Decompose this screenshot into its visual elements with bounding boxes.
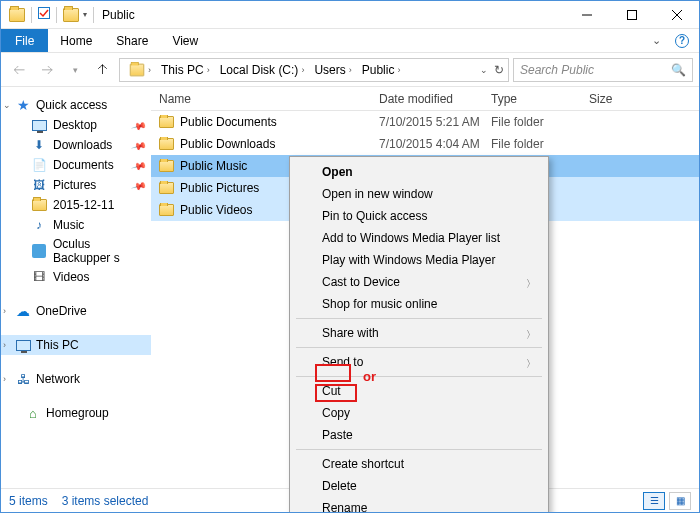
onedrive-icon: ☁ <box>15 303 31 319</box>
menu-separator <box>296 347 542 348</box>
details-view-button[interactable]: ☰ <box>643 492 665 510</box>
menu-open[interactable]: Open <box>292 161 546 183</box>
tab-share[interactable]: Share <box>104 29 160 52</box>
qat-dropdown-icon[interactable]: ▾ <box>83 10 87 19</box>
menu-send-to[interactable]: Send to〉 <box>292 351 546 373</box>
submenu-arrow-icon: 〉 <box>526 277 536 291</box>
menu-pin-quick-access[interactable]: Pin to Quick access <box>292 205 546 227</box>
sidebar-quick-access[interactable]: ⌄ ★ Quick access <box>1 95 151 115</box>
status-item-count: 5 items <box>9 494 48 508</box>
tab-home[interactable]: Home <box>48 29 104 52</box>
menu-create-shortcut[interactable]: Create shortcut <box>292 453 546 475</box>
menu-copy[interactable]: Copy <box>292 402 546 424</box>
menu-open-new-window[interactable]: Open in new window <box>292 183 546 205</box>
file-type: File folder <box>483 137 581 151</box>
sidebar-item[interactable]: Desktop📌 <box>1 115 151 135</box>
forward-button[interactable]: 🡢 <box>35 58 59 82</box>
menu-delete[interactable]: Delete <box>292 475 546 497</box>
sidebar-item[interactable]: 2015-12-11 <box>1 195 151 215</box>
chevron-right-icon[interactable]: › <box>397 65 400 75</box>
properties-qat-icon[interactable] <box>38 7 50 22</box>
sidebar-item[interactable]: ♪Music <box>1 215 151 235</box>
pin-icon: 📌 <box>131 137 147 153</box>
sidebar-onedrive[interactable]: › ☁ OneDrive <box>1 301 151 321</box>
new-folder-qat-icon[interactable] <box>63 8 79 22</box>
item-icon: ♪ <box>31 217 47 233</box>
menu-shop-music[interactable]: Shop for music online <box>292 293 546 315</box>
search-icon[interactable]: 🔍 <box>671 63 686 77</box>
sidebar-item[interactable]: 🖼Pictures📌 <box>1 175 151 195</box>
thumbnails-view-button[interactable]: ▦ <box>669 492 691 510</box>
file-name: Public Documents <box>180 115 277 129</box>
up-button[interactable]: 🡡 <box>91 58 115 82</box>
address-dropdown-icon[interactable]: ⌄ <box>480 65 488 75</box>
refresh-icon[interactable]: ↻ <box>494 63 504 77</box>
item-icon <box>31 197 47 213</box>
close-button[interactable] <box>654 1 699 29</box>
item-icon <box>31 243 47 259</box>
expand-icon[interactable]: ⌄ <box>3 100 11 110</box>
sidebar-item-label: Videos <box>53 270 89 284</box>
expand-icon[interactable]: › <box>3 374 6 384</box>
column-size[interactable]: Size <box>581 87 699 110</box>
breadcrumb-root-icon <box>130 63 144 76</box>
pin-icon: 📌 <box>131 117 147 133</box>
sidebar-item[interactable]: 📄Documents📌 <box>1 155 151 175</box>
chevron-right-icon[interactable]: › <box>207 65 210 75</box>
menu-separator <box>296 449 542 450</box>
column-type[interactable]: Type <box>483 87 581 110</box>
sidebar-homegroup[interactable]: ⌂ Homegroup <box>1 403 151 423</box>
back-button[interactable]: 🡠 <box>7 58 31 82</box>
sidebar-network[interactable]: › 🖧 Network <box>1 369 151 389</box>
chevron-right-icon[interactable]: › <box>301 65 304 75</box>
sidebar-item-label: Desktop <box>53 118 97 132</box>
breadcrumb-item[interactable]: Users <box>314 63 345 77</box>
quick-access-toolbar: ▾ <box>1 7 94 23</box>
menu-cut[interactable]: Cut <box>292 380 546 402</box>
submenu-arrow-icon: 〉 <box>526 328 536 342</box>
menu-cast-to-device[interactable]: Cast to Device〉 <box>292 271 546 293</box>
folder-app-icon <box>9 8 25 22</box>
sidebar-label: Quick access <box>36 98 107 112</box>
menu-paste[interactable]: Paste <box>292 424 546 446</box>
ribbon-tabs: File Home Share View ⌄ ? <box>1 29 699 53</box>
help-icon[interactable]: ? <box>675 34 689 48</box>
submenu-arrow-icon: 〉 <box>526 357 536 371</box>
folder-icon <box>159 204 174 216</box>
folder-icon <box>159 160 174 172</box>
sidebar-this-pc[interactable]: › This PC <box>1 335 151 355</box>
tab-view[interactable]: View <box>160 29 210 52</box>
maximize-button[interactable] <box>609 1 654 29</box>
search-input[interactable]: Search Public 🔍 <box>513 58 693 82</box>
sidebar-item[interactable]: ⬇Downloads📌 <box>1 135 151 155</box>
column-name[interactable]: Name <box>151 87 371 110</box>
svg-rect-2 <box>627 10 636 19</box>
sidebar-label: OneDrive <box>36 304 87 318</box>
breadcrumb-item[interactable]: This PC <box>161 63 204 77</box>
file-tab[interactable]: File <box>1 29 48 52</box>
minimize-button[interactable] <box>564 1 609 29</box>
menu-add-wmp-list[interactable]: Add to Windows Media Player list <box>292 227 546 249</box>
menu-play-wmp[interactable]: Play with Windows Media Player <box>292 249 546 271</box>
expand-icon[interactable]: › <box>3 340 6 350</box>
expand-icon[interactable]: › <box>3 306 6 316</box>
sidebar-item[interactable]: 🎞Videos <box>1 267 151 287</box>
item-icon: 📄 <box>31 157 47 173</box>
menu-share-with[interactable]: Share with〉 <box>292 322 546 344</box>
breadcrumb[interactable]: › This PC› Local Disk (C:)› Users› Publi… <box>119 58 509 82</box>
chevron-right-icon[interactable]: › <box>349 65 352 75</box>
breadcrumb-item[interactable]: Local Disk (C:) <box>220 63 299 77</box>
breadcrumb-item[interactable]: Public <box>362 63 395 77</box>
recent-locations-dropdown[interactable]: ▾ <box>63 58 87 82</box>
file-row[interactable]: Public Documents 7/10/2015 5:21 AM File … <box>151 111 699 133</box>
ribbon-expand-icon[interactable]: ⌄ <box>652 34 661 47</box>
menu-rename[interactable]: Rename <box>292 497 546 513</box>
chevron-right-icon[interactable]: › <box>148 65 151 75</box>
column-date[interactable]: Date modified <box>371 87 483 110</box>
navigation-pane: ⌄ ★ Quick access Desktop📌⬇Downloads📌📄Doc… <box>1 87 151 488</box>
file-name: Public Videos <box>180 203 253 217</box>
item-icon: 🎞 <box>31 269 47 285</box>
file-row[interactable]: Public Downloads 7/10/2015 4:04 AM File … <box>151 133 699 155</box>
sidebar-item[interactable]: Oculus Backupper s <box>1 235 151 267</box>
menu-separator <box>296 318 542 319</box>
